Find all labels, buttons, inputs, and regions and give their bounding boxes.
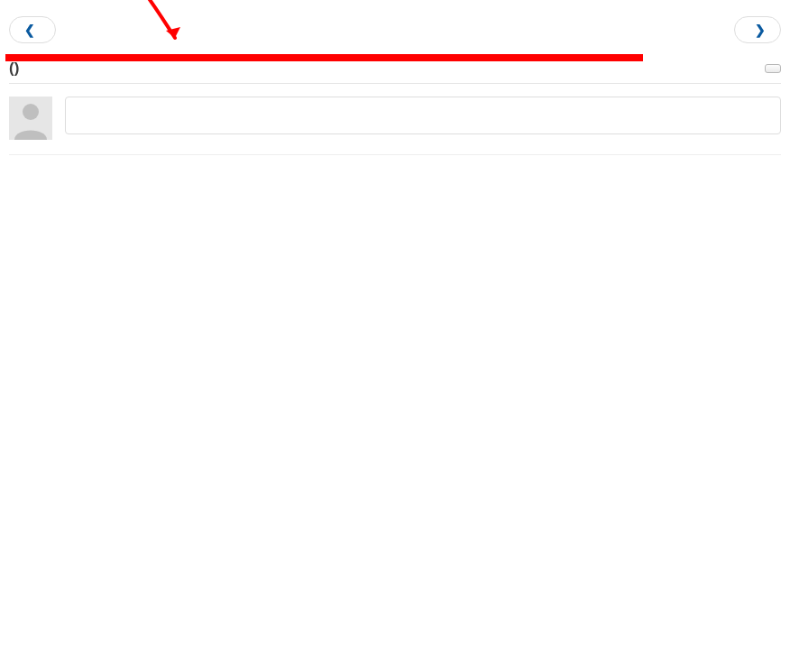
next-button[interactable]: ❯ <box>734 16 781 43</box>
chevron-right-icon: ❯ <box>755 23 766 37</box>
add-new-button[interactable] <box>765 64 781 73</box>
prev-button[interactable]: ❮ <box>9 16 56 43</box>
annotation-arrow-icon <box>137 0 191 52</box>
comments-title: () <box>9 60 19 78</box>
pager: ❮ ❯ <box>9 16 781 43</box>
chevron-left-icon: ❮ <box>24 23 35 37</box>
leave-comment-row <box>9 84 781 140</box>
comments-header: () <box>9 54 781 84</box>
svg-point-1 <box>23 104 39 120</box>
comments-section: () <box>9 54 781 164</box>
svg-marker-0 <box>166 27 180 38</box>
avatar <box>9 97 52 140</box>
leave-comment-input[interactable] <box>65 97 781 134</box>
powered-by <box>9 154 781 164</box>
